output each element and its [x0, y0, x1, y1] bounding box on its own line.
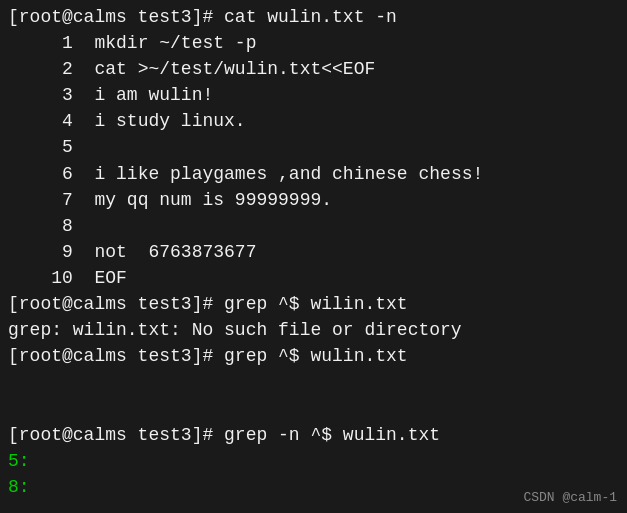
output-line-3: 3 i am wulin! — [8, 82, 619, 108]
command-line-4: [root@calms test3]# grep -n ^$ wulin.txt — [8, 422, 619, 448]
output-line-8: 8 — [8, 213, 619, 239]
error-line-1: grep: wilin.txt: No such file or directo… — [8, 317, 619, 343]
output-line-7: 7 my qq num is 99999999. — [8, 187, 619, 213]
output-line-6: 6 i like playgames ,and chinese chess! — [8, 161, 619, 187]
command-line-3: [root@calms test3]# grep ^$ wulin.txt — [8, 343, 619, 369]
output-line-5: 5 — [8, 134, 619, 160]
blank-line-2 — [8, 395, 619, 421]
command-line-1: [root@calms test3]# cat wulin.txt -n — [8, 4, 619, 30]
output-line-9: 9 not 6763873677 — [8, 239, 619, 265]
watermark: CSDN @calm-1 — [523, 490, 617, 505]
blank-line-1 — [8, 369, 619, 395]
terminal-window: [root@calms test3]# cat wulin.txt -n 1 m… — [0, 0, 627, 513]
output-line-4: 4 i study linux. — [8, 108, 619, 134]
result-line-1: 5: — [8, 448, 619, 474]
command-line-2: [root@calms test3]# grep ^$ wilin.txt — [8, 291, 619, 317]
output-line-10: 10 EOF — [8, 265, 619, 291]
output-line-2: 2 cat >~/test/wulin.txt<<EOF — [8, 56, 619, 82]
output-line-1: 1 mkdir ~/test -p — [8, 30, 619, 56]
